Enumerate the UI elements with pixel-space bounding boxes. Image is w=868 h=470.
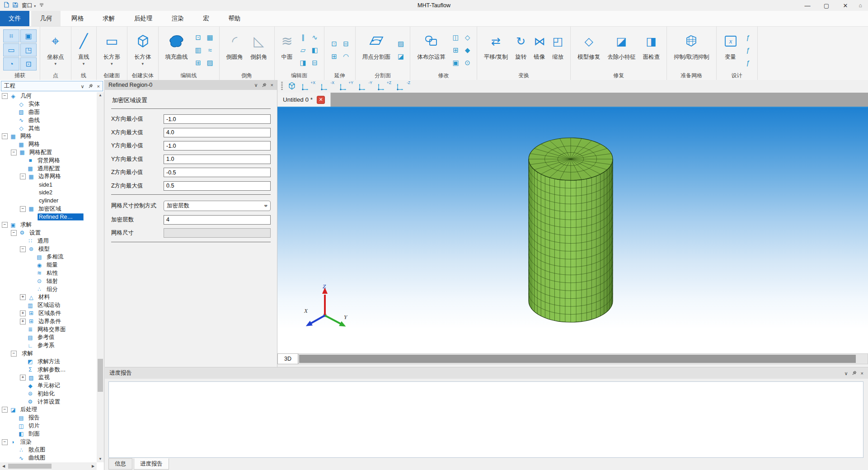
bound-value-input[interactable] [164,141,271,150]
axis-view-button[interactable]: -Y [358,81,372,90]
tree-expander[interactable] [20,400,25,404]
split-by-face-icon[interactable]: ◪ [395,50,407,63]
tree-item[interactable]: ◧ 剖面 [0,430,97,438]
tree-expander[interactable] [29,190,34,195]
tree-expander[interactable] [29,271,34,276]
face-check-button[interactable]: ◨ 面检查 [639,28,664,61]
tree-expander[interactable] [29,287,34,292]
pin-icon[interactable] [89,84,93,89]
snap-arc-button[interactable]: ◔ [3,57,19,70]
pin-icon[interactable] [852,371,857,376]
tree-expander[interactable] [20,158,25,163]
bound-value-input[interactable] [164,114,271,124]
close-icon[interactable]: × [97,84,100,89]
scale-button[interactable]: ◰ 缩放 [549,28,567,61]
save-icon[interactable] [13,2,18,9]
tree-item[interactable]: − ▦ 网格配置 [0,149,97,157]
tree-vertical-scrollbar[interactable]: ▲ ▼ [97,92,104,462]
tree-item[interactable]: side2 [0,189,97,197]
tree-expander[interactable] [29,263,34,268]
pin-icon[interactable] [262,83,267,88]
tree-expander[interactable]: + [20,375,26,381]
tree-item[interactable]: + △ 材料 [0,293,97,301]
new-file-icon[interactable] [4,2,9,9]
snap-workplane-button[interactable]: ▣ [20,29,37,42]
close-icon[interactable]: × [861,371,863,376]
bound-value-input[interactable] [164,168,271,177]
merge-face-icon[interactable]: ◧ [309,44,321,56]
delete-face-icon[interactable]: ⊟ [309,56,321,69]
tree-expander[interactable] [20,335,25,340]
close-icon[interactable]: × [271,83,273,87]
tree-expander[interactable]: − [11,230,17,236]
imprint-icon[interactable]: ◆ [462,44,474,56]
bound-value-input[interactable] [164,128,271,137]
tree-item[interactable]: ■ 背景网格 [0,156,97,164]
fillet-button[interactable]: ◜ 倒圆角 [223,28,247,61]
design-fx1-icon[interactable]: ƒ [742,31,754,44]
tree-item[interactable]: − ⚙ 设置 [0,229,97,237]
tree-expander[interactable]: − [2,222,8,228]
tree-expander[interactable]: + [20,310,26,316]
tree-item[interactable]: + ⊞ 边界条件 [0,317,97,325]
menu-item[interactable]: 宏 [194,11,218,26]
tree-expander[interactable] [11,456,16,461]
tree-item[interactable]: ◉ 能量 [0,261,97,269]
tree-item[interactable]: ∿ 曲线 [0,116,97,124]
unite-icon[interactable]: ◫ [450,31,462,44]
intersect-icon[interactable]: ⊞ [450,44,462,56]
box-button[interactable]: 长方体 ▾ [131,28,155,66]
extend-face-icon[interactable]: ⊡ [328,38,340,50]
tree-item[interactable]: ∴ 组分 [0,285,97,293]
bottom-tab[interactable]: 进度报告 [134,458,169,470]
snap-grid-button[interactable]: ⌗ [3,29,19,42]
tree-expander[interactable] [20,391,25,396]
isometric-view-button[interactable] [287,81,296,90]
tree-expander[interactable] [11,142,16,147]
tree-expander[interactable] [20,303,25,308]
tree-item[interactable]: Σ 求解参数… [0,366,97,374]
tree-item[interactable]: ◇ 其他 [0,124,97,132]
close-button[interactable]: ✕ [836,0,854,10]
menu-item[interactable]: 求解 [94,11,123,26]
volume-check-icon[interactable]: ⊙ [462,56,474,69]
refine-layers-input[interactable] [164,215,271,225]
offset-face-icon[interactable]: ∥ [297,31,309,44]
tree-horizontal-scrollbar[interactable]: ◀ ▶ [0,462,97,470]
tree-expander[interactable] [29,254,34,259]
bridge-curve-icon[interactable]: ▥ [192,44,204,56]
fill-curve-button[interactable]: 填充曲线 [162,28,192,61]
split-by-curve-icon[interactable]: ▨ [395,38,407,50]
extend-arc-icon[interactable]: ◠ [340,50,352,63]
menu-item[interactable]: 帮助 [220,11,249,26]
bevel-button[interactable]: ◺ 倒斜角 [247,28,271,61]
tree-item[interactable]: ▥ 区域运动 [0,301,97,310]
tree-expander[interactable] [11,447,16,452]
tree-item[interactable]: ▧ 曲面 [0,108,97,117]
tree-expander[interactable] [20,367,25,372]
midsurface-button[interactable]: ≋ 中面 [278,28,296,61]
tree-item[interactable]: − 求解 [0,350,97,358]
maximize-button[interactable]: ▢ [817,0,835,10]
suppress-unsuppress-button[interactable]: 抑制/取消抑制 [670,28,713,61]
tree-expander[interactable]: − [2,407,8,413]
tree-item[interactable]: ∷ 通用 [0,237,97,245]
tree-expander[interactable] [11,110,16,115]
tree-item[interactable]: − ▦ 边界网格 [0,173,97,181]
scroll-right-icon[interactable]: ▶ [89,464,97,468]
tree-expander[interactable] [20,359,25,364]
home-icon[interactable]: ⌂ [855,2,865,9]
menu-item[interactable]: 后处理 [126,11,161,26]
surface-curve-icon[interactable]: ▨ [204,56,216,69]
point-on-curve-icon[interactable]: ⊞ [192,56,204,69]
view-3d-tab[interactable]: 3D [277,353,298,364]
scrollbar-thumb[interactable] [8,464,52,469]
tree-item[interactable]: ◩ 求解方法 [0,357,97,366]
tree-item[interactable]: ▦ 网格 [0,141,97,149]
viewport-tab[interactable]: Untitled 0 * ✕ [277,93,331,107]
minimize-button[interactable]: — [798,0,816,10]
tree-item[interactable]: − ▦ 网格 [0,132,97,141]
tree-expander[interactable] [11,118,16,123]
scrollbar-thumb[interactable] [98,359,103,392]
menu-item[interactable]: 渲染 [163,11,192,26]
